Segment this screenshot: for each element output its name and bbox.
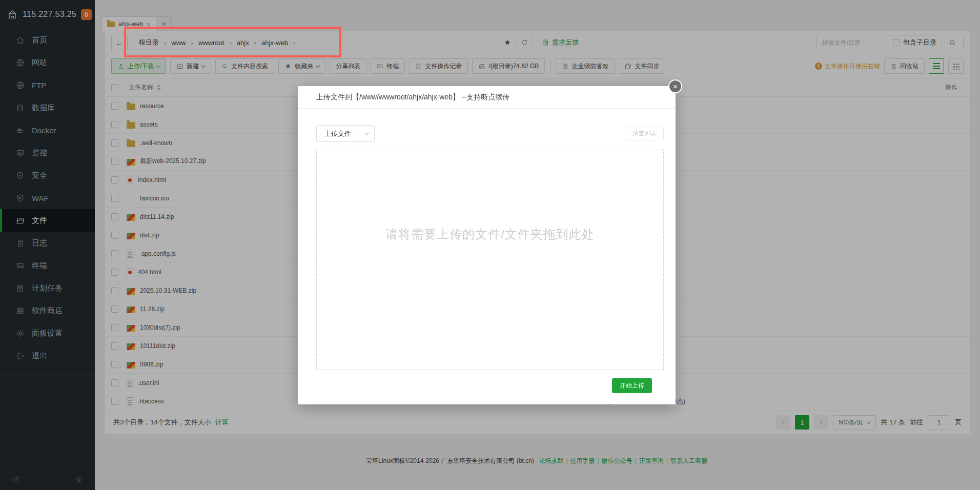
chevron-down-icon (364, 131, 369, 135)
upload-dropzone[interactable]: 请将需要上传的文件/文件夹拖到此处 (316, 150, 664, 370)
upload-file-split-button[interactable]: 上传文件 (316, 125, 375, 142)
upload-file-label[interactable]: 上传文件 (317, 126, 359, 141)
modal-header: 上传文件到【/www/wwwroot/ahjx/ahjx-web】 --支持断点… (298, 86, 676, 109)
clear-list-button[interactable]: 清空列表 (626, 127, 664, 140)
start-upload-button[interactable]: 开始上传 (612, 378, 652, 393)
upload-modal: × 上传文件到【/www/wwwroot/ahjx/ahjx-web】 --支持… (298, 86, 676, 404)
dropzone-hint: 请将需要上传的文件/文件夹拖到此处 (385, 226, 595, 370)
breadcrumb-highlight-annotation (124, 27, 341, 57)
modal-close-button[interactable]: × (668, 79, 682, 93)
upload-dropdown-caret[interactable] (359, 126, 374, 141)
modal-title: 上传文件到【/www/wwwroot/ahjx/ahjx-web】 --支持断点… (316, 93, 509, 102)
modal-body: 上传文件 清空列表 请将需要上传的文件/文件夹拖到此处 开始上传 (298, 109, 676, 393)
